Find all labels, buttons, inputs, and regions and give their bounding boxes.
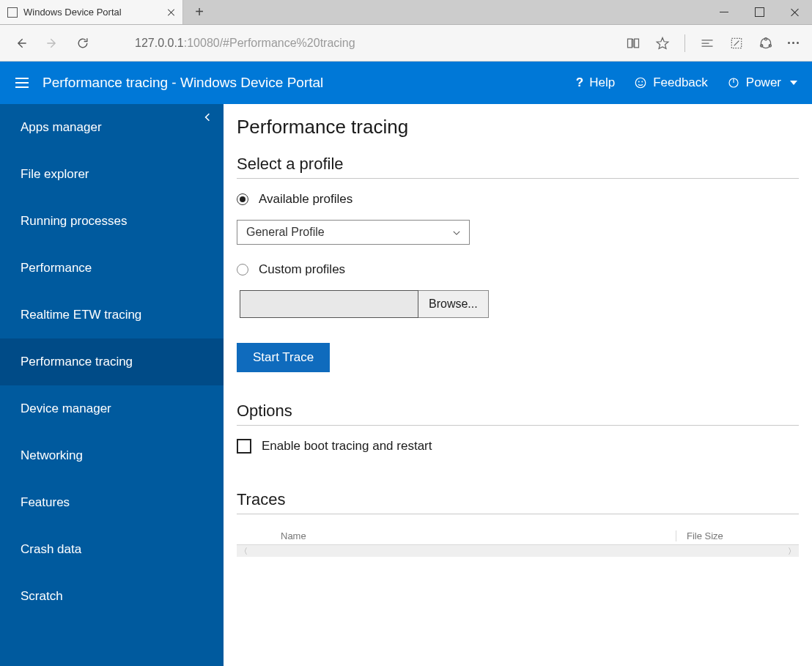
page-icon [7,7,18,18]
svg-point-2 [764,37,767,40]
boot-tracing-label: Enable boot tracing and restart [262,439,432,454]
sidebar-item-networking[interactable]: Networking [0,432,224,479]
sidebar: Apps manager File explorer Running proce… [0,104,224,666]
more-icon[interactable] [788,42,799,44]
reading-view-icon[interactable] [626,36,641,51]
tab-title: Windows Device Portal [23,7,162,18]
sidebar-item-performance-tracing[interactable]: Performance tracing [0,338,224,385]
profile-select-value: General Profile [246,226,325,239]
url-host: 127.0.0.1 [135,37,184,49]
sidebar-item-features[interactable]: Features [0,479,224,526]
menu-button[interactable] [7,68,37,97]
radio-available-label: Available profiles [259,192,353,207]
sidebar-item-performance[interactable]: Performance [0,245,224,292]
close-tab-icon[interactable] [168,9,175,16]
scroll-left-icon[interactable]: 〈 [240,546,248,557]
chevron-down-icon [451,228,460,237]
favorite-icon[interactable] [655,36,670,51]
radio-custom-profiles[interactable]: Custom profiles [237,262,799,277]
address-bar[interactable]: 127.0.0.1:10080/#Performance%20tracing [106,37,611,50]
radio-icon [237,264,248,275]
url-port: :10080 [184,37,220,49]
power-label: Power [746,75,781,90]
table-scrollbar[interactable]: 〈 〉 [237,545,799,557]
sidebar-item-apps-manager[interactable]: Apps manager [0,104,224,151]
column-file-size[interactable]: File Size [676,530,799,541]
feedback-label: Feedback [653,75,708,90]
svg-point-5 [635,78,646,88]
checkbox-icon [237,439,251,454]
main-content: Performance tracing Select a profile Ava… [224,104,812,666]
radio-icon [237,193,248,205]
section-options: Options [237,402,799,426]
toolbar-separator [684,34,685,52]
window-close-button[interactable] [777,0,812,24]
browser-toolbar: 127.0.0.1:10080/#Performance%20tracing [0,25,812,62]
sidebar-item-device-manager[interactable]: Device manager [0,385,224,432]
help-link[interactable]: ? Help [576,75,615,90]
window-minimize-button[interactable] [706,0,742,24]
refresh-button[interactable] [75,35,91,51]
radio-available-profiles[interactable]: Available profiles [237,192,799,207]
url-path: /#Performance%20tracing [220,37,355,49]
section-traces: Traces [237,490,799,514]
browser-titlebar: Windows Device Portal + [0,0,812,25]
traces-table: Name File Size 〈 〉 [237,528,799,557]
radio-custom-label: Custom profiles [259,262,345,277]
chevron-down-icon [790,81,797,85]
table-header-row: Name File Size [237,528,799,545]
feedback-icon [634,76,647,89]
svg-point-7 [642,81,643,82]
new-tab-button[interactable]: + [183,0,215,24]
share-icon[interactable] [759,36,773,51]
column-name[interactable]: Name [237,530,676,541]
sidebar-item-scratch[interactable]: Scratch [0,573,224,620]
app-title: Performance tracing - Windows Device Por… [43,75,576,91]
browser-tab[interactable]: Windows Device Portal [0,0,183,24]
power-icon [727,76,740,89]
feedback-link[interactable]: Feedback [634,75,708,90]
browse-button[interactable]: Browse... [418,290,489,318]
sidebar-item-running-processes[interactable]: Running processes [0,198,224,245]
profile-select[interactable]: General Profile [237,220,470,245]
svg-point-6 [639,81,640,82]
section-select-profile: Select a profile [237,155,799,179]
app-header: Performance tracing - Windows Device Por… [0,62,812,104]
power-menu[interactable]: Power [727,75,797,90]
window-maximize-button[interactable] [742,0,777,24]
hub-icon[interactable] [700,36,715,51]
sidebar-item-file-explorer[interactable]: File explorer [0,151,224,198]
sidebar-collapse-button[interactable] [202,111,216,126]
back-button[interactable] [13,35,29,51]
custom-profile-path-input[interactable] [240,290,418,318]
sidebar-item-realtime-etw[interactable]: Realtime ETW tracing [0,292,224,338]
start-trace-button[interactable]: Start Trace [237,343,330,372]
forward-button[interactable] [44,35,60,51]
scroll-right-icon[interactable]: 〉 [788,546,796,557]
window-controls [706,0,812,24]
sidebar-item-crash-data[interactable]: Crash data [0,526,224,573]
help-label: Help [589,75,615,90]
page-title: Performance tracing [237,116,799,138]
enable-boot-tracing-checkbox[interactable]: Enable boot tracing and restart [237,439,799,454]
notes-icon[interactable] [729,36,744,51]
